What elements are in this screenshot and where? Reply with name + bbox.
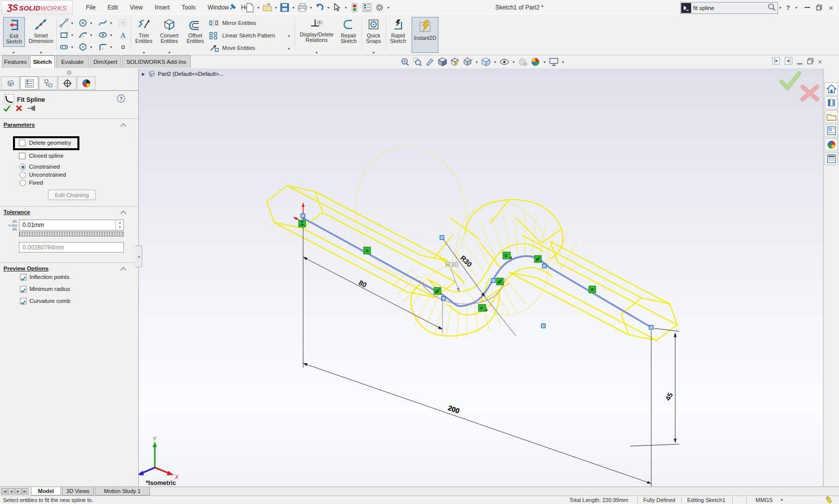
help-button[interactable]: ?: [782, 0, 794, 15]
select-cursor-icon[interactable]: [331, 1, 343, 13]
line-tool-icon[interactable]: [59, 18, 69, 28]
tab-features[interactable]: Features: [2, 55, 29, 68]
repair-sketch-button[interactable]: Repair Sketch: [338, 17, 360, 46]
panel-collapse-handle[interactable]: ◂: [135, 246, 142, 267]
dimxpertmanager-tab[interactable]: [58, 76, 76, 90]
menu-file[interactable]: File: [80, 0, 101, 15]
dimension-labels[interactable]: 80 200 200 45 R30 R30: [358, 254, 675, 415]
preview-options-header[interactable]: Preview Options: [3, 265, 48, 271]
tab-dimxpert[interactable]: DimXpert: [90, 55, 121, 68]
hide-show-items-icon[interactable]: [499, 56, 510, 67]
mirror-entities-button[interactable]: Mirror Entities: [209, 19, 256, 27]
show-left-pane-icon[interactable]: [772, 57, 780, 67]
parameters-collapse-chevron[interactable]: [120, 123, 126, 129]
apply-scene-icon[interactable]: [530, 56, 541, 67]
rectangle-tool-icon[interactable]: [59, 30, 69, 40]
ellipse-tool-icon[interactable]: [98, 30, 108, 40]
apply-scene-caret[interactable]: ▾: [542, 60, 547, 64]
units-caret[interactable]: ▲: [780, 498, 784, 501]
fitted-spline[interactable]: [303, 218, 651, 327]
closed-spline-label[interactable]: Closed spline: [29, 153, 63, 159]
circle-tool-icon[interactable]: [78, 18, 88, 28]
appearances-scenes-icon[interactable]: [825, 138, 838, 151]
scroll-tabs-left-button[interactable]: ◀: [8, 488, 14, 495]
tab-solidworks-addins[interactable]: SOLIDWORKS Add-Ins: [122, 55, 191, 68]
tab-evaluate[interactable]: Evaluate: [56, 55, 89, 68]
doc-minimize-icon[interactable]: [797, 63, 803, 64]
minimum-radius-label[interactable]: Minimum radius: [29, 286, 70, 292]
exit-sketch-button[interactable]: Exit Sketch: [3, 17, 25, 47]
hide-show-items-caret[interactable]: ▾: [511, 60, 516, 64]
options-list-icon[interactable]: [361, 1, 373, 13]
status-units[interactable]: MMGS: [756, 497, 773, 503]
scroll-tabs-right-button[interactable]: ▶: [15, 488, 21, 495]
menu-view[interactable]: View: [124, 0, 149, 15]
linear-sketch-pattern-button[interactable]: Linear Sketch Pattern: [209, 31, 275, 39]
home-tab-icon[interactable]: [825, 82, 838, 95]
preview-options-collapse-chevron[interactable]: [120, 267, 126, 272]
tree-root-label[interactable]: Part2 (Default<<Default>...: [158, 71, 223, 77]
panel-splitter-dot[interactable]: [67, 70, 71, 75]
pm-cancel-button[interactable]: [15, 105, 22, 114]
window-minimize-button[interactable]: [801, 0, 813, 15]
show-right-pane-icon[interactable]: [785, 57, 793, 67]
tolerance-header[interactable]: Tolerance: [3, 209, 30, 215]
move-entities-caret[interactable]: ▾: [287, 46, 291, 51]
menu-insert[interactable]: Insert: [149, 0, 176, 15]
doc-restore-icon[interactable]: [807, 57, 814, 66]
model-tab[interactable]: Model: [31, 487, 61, 496]
confirmation-corner[interactable]: [782, 73, 817, 99]
window-close-button[interactable]: ×: [825, 0, 837, 15]
view-palette-icon[interactable]: [825, 124, 838, 137]
edit-chaining-button[interactable]: Edit Chaining: [48, 190, 96, 200]
convert-entities-caret[interactable]: ▾: [157, 47, 182, 56]
save-icon[interactable]: [279, 1, 291, 13]
smart-dimension-button[interactable]: Smart Dimension: [27, 17, 55, 46]
constrained-radio[interactable]: [19, 164, 26, 170]
interference-traffic-light-icon[interactable]: [349, 1, 361, 13]
displaymanager-tab[interactable]: [77, 76, 95, 90]
window-restore-button[interactable]: [813, 0, 825, 15]
configurationmanager-tab[interactable]: [39, 76, 57, 90]
view-orientation-icon[interactable]: [462, 56, 473, 67]
tolerance-input[interactable]: 0.01mm: [19, 220, 124, 231]
unconstrained-label[interactable]: Unconstrained: [29, 172, 66, 178]
tab-sketch[interactable]: Sketch: [30, 55, 55, 68]
constrained-label[interactable]: Constrained: [29, 164, 60, 170]
delete-geometry-label[interactable]: Delete geometry: [29, 140, 71, 146]
settings-gear-icon[interactable]: [374, 1, 386, 13]
move-entities-button[interactable]: Move Entities: [209, 44, 255, 52]
search-magnifier-icon[interactable]: [768, 3, 776, 13]
delete-geometry-checkbox[interactable]: [19, 140, 25, 146]
minimum-radius-checkbox[interactable]: [20, 286, 26, 292]
pm-ok-button[interactable]: [3, 105, 11, 114]
pm-keep-visible-pin-icon[interactable]: [27, 105, 36, 114]
section-view-icon[interactable]: [437, 56, 448, 67]
inflection-points-label[interactable]: Inflection points: [29, 274, 69, 280]
dynamic-annotation-icon[interactable]: [449, 56, 460, 67]
display-delete-relations-button[interactable]: Display/Delete Relations: [298, 17, 336, 46]
help-caret[interactable]: ▾: [794, 5, 799, 10]
new-document-icon[interactable]: [244, 1, 256, 13]
pin-menubar-icon[interactable]: [229, 3, 237, 13]
quick-snaps-caret[interactable]: ▾: [364, 47, 384, 56]
search-input[interactable]: fit spline: [693, 5, 768, 11]
view-orientation-caret[interactable]: ▾: [474, 60, 479, 64]
zoom-to-fit-icon[interactable]: [400, 56, 411, 67]
parameters-header[interactable]: Parameters: [3, 122, 35, 128]
polygon-tool-icon[interactable]: [78, 42, 88, 52]
rapid-sketch-button[interactable]: Rapid Sketch: [388, 17, 409, 46]
text-tool-icon[interactable]: A: [118, 30, 128, 40]
custom-properties-icon[interactable]: [825, 152, 838, 165]
file-explorer-icon[interactable]: [825, 110, 838, 123]
undo-icon[interactable]: [314, 1, 326, 13]
tolerance-collapse-chevron[interactable]: [120, 211, 126, 216]
display-style-icon[interactable]: [480, 56, 491, 67]
curvature-comb-checkbox[interactable]: [20, 298, 26, 304]
scroll-tabs-last-button[interactable]: ▶|: [22, 488, 28, 495]
spline-point-handles[interactable]: [301, 214, 654, 330]
offset-entities-button[interactable]: Offset Entities: [184, 20, 207, 46]
search-box[interactable]: fit spline: [680, 2, 778, 14]
propertymanager-tab[interactable]: [20, 76, 38, 90]
zoom-to-area-icon[interactable]: [412, 56, 423, 67]
